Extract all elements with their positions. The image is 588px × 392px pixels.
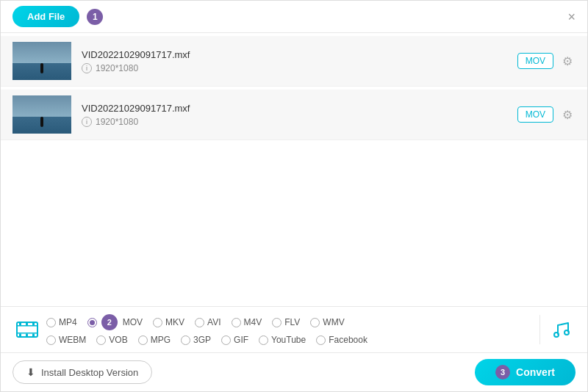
- format-option-youtube[interactable]: YouTube: [259, 335, 306, 345]
- svg-rect-4: [26, 322, 28, 325]
- format-badge[interactable]: MOV: [517, 106, 553, 123]
- format-badge[interactable]: MOV: [517, 53, 553, 69]
- format-options-container: MP4 2 MOV MKV AVI M4V: [42, 314, 534, 345]
- separator: [539, 315, 540, 344]
- svg-point-10: [564, 330, 569, 335]
- file-thumbnail: [12, 95, 71, 134]
- format-label-mp4: MP4: [59, 317, 77, 327]
- settings-icon[interactable]: ⚙: [559, 106, 576, 123]
- badge-1: 1: [87, 9, 103, 25]
- download-icon: ⬇: [26, 366, 35, 378]
- format-option-m4v[interactable]: M4V: [232, 317, 262, 327]
- format-option-flv[interactable]: FLV: [272, 317, 300, 327]
- format-option-mov[interactable]: 2 MOV: [87, 314, 143, 330]
- format-label-vob: VOB: [109, 335, 127, 345]
- convert-button[interactable]: 3 Convert: [475, 359, 576, 385]
- svg-rect-1: [17, 325, 37, 327]
- svg-rect-5: [32, 322, 35, 325]
- format-label-facebook: Facebook: [329, 335, 368, 345]
- radio-wmv[interactable]: [310, 318, 320, 327]
- radio-mpg[interactable]: [138, 335, 148, 345]
- format-label-flv: FLV: [284, 317, 300, 327]
- format-label-mov: MOV: [123, 317, 143, 327]
- format-label-webm: WEBM: [59, 335, 86, 345]
- file-info: VID20221029091717.mxf i 1920*1080: [82, 103, 517, 127]
- file-meta: i 1920*1080: [82, 63, 517, 73]
- radio-m4v[interactable]: [232, 318, 241, 327]
- format-label-youtube: YouTube: [271, 335, 306, 345]
- badge-2: 2: [101, 314, 118, 330]
- format-option-webm[interactable]: WEBM: [46, 335, 86, 345]
- format-option-avi[interactable]: AVI: [195, 317, 220, 327]
- svg-rect-6: [19, 334, 21, 337]
- format-option-3gp[interactable]: 3GP: [181, 335, 211, 345]
- svg-rect-7: [26, 334, 28, 337]
- main-window: Add File 1 × VID20221029091717.mxf i: [0, 0, 588, 392]
- file-list: VID20221029091717.mxf i 1920*1080 MOV ⚙: [1, 33, 587, 306]
- svg-rect-8: [32, 334, 35, 337]
- add-file-button[interactable]: Add File: [12, 6, 79, 27]
- file-thumbnail: [12, 42, 71, 80]
- convert-label: Convert: [516, 366, 555, 378]
- format-row-2: WEBM VOB MPG 3GP GIF: [46, 335, 529, 345]
- radio-vob[interactable]: [96, 335, 106, 345]
- radio-mkv[interactable]: [153, 318, 162, 327]
- format-label-mpg: MPG: [151, 335, 171, 345]
- file-actions: MOV ⚙: [517, 53, 576, 69]
- title-bar: Add File 1 ×: [1, 1, 587, 33]
- format-label-3gp: 3GP: [193, 335, 211, 345]
- svg-point-9: [554, 333, 559, 337]
- radio-3gp[interactable]: [181, 335, 190, 345]
- install-label: Install Desktop Version: [41, 367, 138, 378]
- radio-gif[interactable]: [221, 335, 231, 345]
- info-icon[interactable]: i: [82, 117, 92, 127]
- format-label-avi: AVI: [207, 317, 220, 327]
- radio-facebook[interactable]: [316, 335, 326, 345]
- settings-icon[interactable]: ⚙: [559, 53, 576, 69]
- video-format-icon[interactable]: [12, 315, 42, 344]
- radio-webm[interactable]: [46, 335, 56, 345]
- format-option-mp4[interactable]: MP4: [46, 317, 77, 327]
- format-option-facebook[interactable]: Facebook: [316, 335, 368, 345]
- format-option-mkv[interactable]: MKV: [153, 317, 184, 327]
- file-info: VID20221029091717.mxf i 1920*1080: [82, 49, 517, 73]
- radio-youtube[interactable]: [259, 335, 268, 345]
- info-icon[interactable]: i: [82, 63, 92, 73]
- footer: ⬇ Install Desktop Version 3 Convert: [1, 352, 587, 391]
- format-label-m4v: M4V: [244, 317, 262, 327]
- radio-flv[interactable]: [272, 318, 282, 327]
- close-button[interactable]: ×: [567, 10, 576, 23]
- svg-rect-3: [19, 322, 21, 325]
- format-label-wmv: WMV: [323, 317, 344, 327]
- format-option-mpg[interactable]: MPG: [138, 335, 171, 345]
- format-label-gif: GIF: [234, 335, 248, 345]
- file-meta: i 1920*1080: [82, 117, 517, 127]
- badge-3: 3: [495, 365, 510, 380]
- format-label-mkv: MKV: [165, 317, 184, 327]
- format-option-vob[interactable]: VOB: [96, 335, 127, 345]
- table-row: VID20221029091717.mxf i 1920*1080 MOV ⚙: [1, 90, 587, 140]
- install-button[interactable]: ⬇ Install Desktop Version: [12, 360, 152, 384]
- file-name: VID20221029091717.mxf: [82, 103, 517, 114]
- radio-mp4[interactable]: [46, 318, 56, 327]
- format-bar: MP4 2 MOV MKV AVI M4V: [1, 306, 587, 352]
- music-icon[interactable]: [546, 315, 576, 344]
- file-actions: MOV ⚙: [517, 106, 576, 123]
- file-resolution: 1920*1080: [96, 63, 138, 73]
- format-option-gif[interactable]: GIF: [221, 335, 248, 345]
- table-row: VID20221029091717.mxf i 1920*1080 MOV ⚙: [1, 36, 587, 87]
- file-resolution: 1920*1080: [96, 117, 138, 127]
- format-row-1: MP4 2 MOV MKV AVI M4V: [46, 314, 529, 330]
- format-option-wmv[interactable]: WMV: [310, 317, 344, 327]
- file-name: VID20221029091717.mxf: [82, 49, 517, 60]
- radio-mov[interactable]: [87, 318, 97, 327]
- svg-rect-2: [17, 333, 37, 334]
- radio-avi[interactable]: [195, 318, 204, 327]
